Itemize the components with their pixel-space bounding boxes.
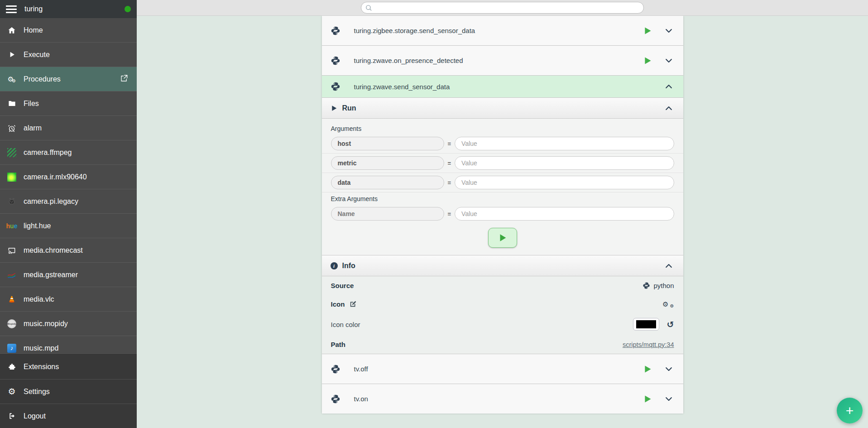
run-procedure-button[interactable] (643, 56, 652, 66)
python-icon (331, 82, 340, 91)
procedure-name: turing.zwave.on_presence_detected (354, 57, 463, 64)
sidebar-item-label: media.chromecast (24, 246, 83, 255)
info-section-header[interactable]: i Info (322, 255, 683, 276)
raspberry-pi-icon (6, 197, 18, 207)
run-section-header[interactable]: Run (322, 98, 683, 119)
mopidy-logo-icon: Mopidy (6, 319, 18, 329)
table-row[interactable]: tv.off (322, 354, 683, 384)
home-icon (6, 25, 18, 35)
app-window: turing Home Execute ⚙ ⚙ Procedures (0, 0, 868, 428)
argument-value-input[interactable] (455, 176, 674, 189)
sidebar-item-label: media.gstreamer (24, 271, 78, 279)
sidebar-item-camera-ffmpeg[interactable]: camera.ffmpeg (0, 140, 137, 165)
extra-argument-name-input[interactable] (331, 207, 444, 221)
play-icon (6, 50, 18, 60)
chevron-up-icon[interactable] (664, 82, 673, 91)
run-section-play-icon (331, 105, 338, 112)
chevron-down-icon[interactable] (664, 56, 673, 65)
sidebar-item-label: Logout (24, 412, 46, 420)
run-procedure-button[interactable] (643, 394, 652, 404)
sidebar-item-music-mopidy[interactable]: Mopidy music.mopidy (0, 312, 137, 336)
info-row-source: Source python (322, 276, 683, 295)
gear-icon: ⚙ (6, 387, 18, 397)
argument-value-input[interactable] (455, 156, 674, 170)
color-picker[interactable] (633, 318, 659, 331)
info-row-path: Path scripts/mqtt.py:34 (322, 335, 683, 354)
path-link[interactable]: scripts/mqtt.py:34 (623, 341, 674, 348)
edit-icon[interactable] (349, 300, 357, 308)
argument-name-input[interactable] (331, 137, 444, 150)
sidebar-items: Home Execute ⚙ ⚙ Procedures Files (0, 18, 137, 354)
run-button-row (322, 223, 683, 255)
play-icon (498, 233, 508, 243)
reset-color-icon[interactable]: ↺ (667, 320, 674, 329)
argument-name-input[interactable] (331, 156, 444, 170)
argument-row-metric: = (322, 154, 683, 173)
python-icon (331, 364, 340, 374)
online-status-dot (125, 6, 131, 12)
argument-row-host: = (322, 134, 683, 154)
sidebar-item-light-hue[interactable]: hue light.hue (0, 214, 137, 238)
content-area: turing.zigbee.storage.send_sensor_data t… (137, 16, 868, 428)
chevron-up-icon[interactable] (664, 261, 673, 270)
equals-sign: = (448, 179, 451, 186)
sidebar-item-media-chromecast[interactable]: media.chromecast (0, 238, 137, 263)
extra-arguments-label: Extra Arguments (322, 192, 683, 204)
sidebar-item-execute[interactable]: Execute (0, 43, 137, 67)
ffmpeg-logo-icon (6, 148, 18, 158)
source-value: python (643, 282, 674, 289)
table-row[interactable]: tv.on (322, 384, 683, 414)
run-form: Arguments = = = (322, 119, 683, 255)
sidebar-item-procedures[interactable]: ⚙ ⚙ Procedures (0, 67, 137, 91)
search-input[interactable] (361, 2, 644, 14)
sidebar-item-camera-pi[interactable]: camera.pi.legacy (0, 189, 137, 214)
icon-color-label: Icon color (331, 321, 360, 328)
sidebar-item-camera-ir[interactable]: camera.ir.mlx90640 (0, 165, 137, 189)
run-procedure-button[interactable] (643, 26, 652, 36)
sidebar-bottom-menu: Extensions ⚙ Settings Logout (0, 354, 137, 428)
chevron-down-icon[interactable] (664, 365, 673, 374)
sidebar-item-media-gstreamer[interactable]: media.gstreamer (0, 263, 137, 287)
sidebar-item-extensions[interactable]: Extensions (0, 355, 137, 379)
info-section-title: Info (342, 262, 355, 270)
device-title: turing (24, 5, 43, 13)
folder-icon (6, 99, 18, 109)
table-row[interactable]: turing.zigbee.storage.send_sensor_data (322, 16, 683, 46)
sidebar-item-label: Home (24, 26, 43, 34)
sidebar-item-home[interactable]: Home (0, 18, 137, 43)
chevron-up-icon[interactable] (664, 104, 673, 113)
equals-sign: = (448, 211, 451, 217)
chevron-down-icon[interactable] (664, 394, 673, 404)
sidebar-header: turing (0, 0, 137, 18)
sidebar-item-alarm[interactable]: alarm (0, 116, 137, 140)
extra-argument-value-input[interactable] (455, 207, 674, 221)
external-link-icon[interactable] (120, 74, 128, 84)
sidebar-item-label: media.vlc (24, 295, 54, 303)
sidebar: turing Home Execute ⚙ ⚙ Procedures (0, 0, 137, 428)
add-procedure-fab[interactable]: + (837, 398, 863, 423)
run-procedure-button[interactable] (643, 364, 652, 374)
arguments-label: Arguments (322, 122, 683, 134)
hamburger-menu-icon[interactable] (6, 5, 17, 13)
table-row-selected[interactable]: turing.zwave.send_sensor_data (322, 76, 683, 98)
chevron-down-icon[interactable] (664, 26, 673, 35)
python-icon (331, 56, 340, 66)
sidebar-item-files[interactable]: Files (0, 91, 137, 116)
argument-value-input[interactable] (455, 137, 674, 150)
argument-name-input[interactable] (331, 176, 444, 189)
sidebar-item-label: Execute (24, 51, 50, 59)
path-label: Path (331, 341, 346, 348)
sidebar-item-logout[interactable]: Logout (0, 404, 137, 428)
equals-sign: = (448, 140, 451, 147)
vlc-cone-icon (6, 294, 18, 304)
sidebar-item-music-mpd[interactable]: ♪ music.mpd (0, 336, 137, 354)
python-icon (331, 394, 340, 404)
execute-run-button[interactable] (488, 228, 517, 248)
table-row[interactable]: turing.zwave.on_presence_detected (322, 46, 683, 76)
info-icon: i (331, 262, 338, 269)
sidebar-item-settings[interactable]: ⚙ Settings (0, 379, 137, 404)
sidebar-item-media-vlc[interactable]: media.vlc (0, 287, 137, 312)
mpd-logo-icon: ♪ (6, 343, 18, 353)
info-row-icon: Icon ⚙⚙ (322, 295, 683, 313)
topbar (137, 0, 868, 16)
